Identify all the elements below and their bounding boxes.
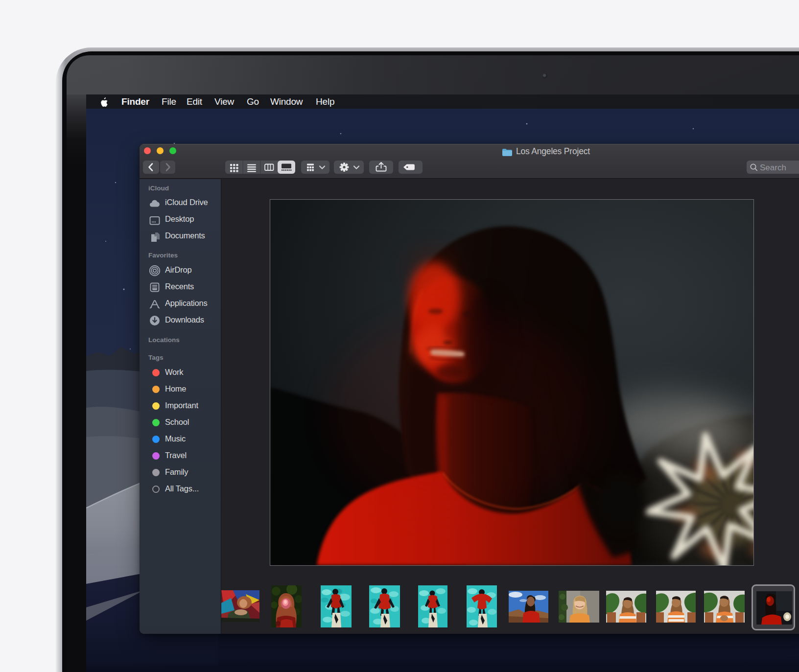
svg-text:Search: Search	[760, 163, 786, 172]
